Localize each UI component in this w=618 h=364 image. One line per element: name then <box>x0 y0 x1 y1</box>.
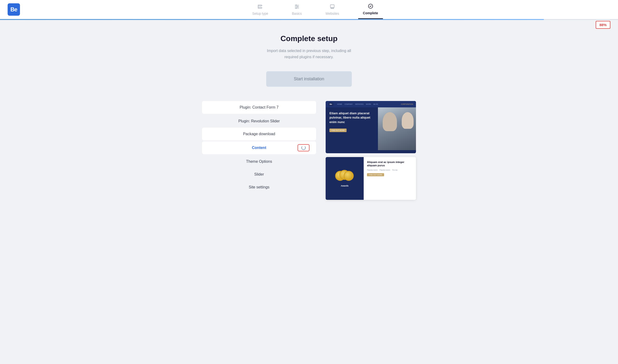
tab-websites-label: Websites <box>326 12 339 15</box>
logo: Be <box>8 3 20 16</box>
step-revolution-slider: Plugin: Revolution Slider <box>202 115 316 128</box>
preview-hero-text: Etiam aliquet diam placerat pulvinar, li… <box>329 111 374 124</box>
step-site-settings: Site settings <box>202 181 316 194</box>
start-installation-button[interactable]: Start installation <box>266 71 352 87</box>
preview-images: Be HOME COMPANY SERVICES WORK BLOG CORPO… <box>326 101 416 200</box>
awards-side: Awards <box>326 157 364 200</box>
tab-websites[interactable]: Websites <box>321 0 344 19</box>
people-photo <box>378 107 416 150</box>
svg-point-5 <box>297 6 298 7</box>
check-circle-icon <box>368 3 373 10</box>
step-package-download-label: Package download <box>243 132 275 136</box>
preview-corp-label: CORPORATION <box>401 103 413 105</box>
signpost-icon <box>257 4 263 10</box>
step-revolution-slider-label: Plugin: Revolution Slider <box>238 119 280 123</box>
step-slider-label: Slider <box>254 172 264 177</box>
tab-setup-type[interactable]: Setup type <box>248 0 273 19</box>
step-theme-options-label: Theme Options <box>246 159 272 164</box>
tab-basics-label: Basics <box>292 12 302 15</box>
tab-basics[interactable]: Basics <box>287 0 306 19</box>
awards-text-side: Aliquam erat ac ipsum integer aliquam pu… <box>364 157 416 200</box>
preview-cta1: FIND OUT MORE <box>329 129 347 132</box>
preview-text: Etiam aliquet diam placerat pulvinar, li… <box>326 107 378 150</box>
svg-point-4 <box>296 5 297 6</box>
awards-label: Awards <box>341 185 348 187</box>
awards-col2: Placebo lorem <box>380 169 390 171</box>
header: Be Setup type <box>0 0 618 19</box>
sliders-icon <box>294 4 300 10</box>
svg-rect-7 <box>330 5 334 8</box>
page-title: Complete setup <box>280 34 338 43</box>
preview-bottom: Awards Aliquam erat ac ipsum integer ali… <box>326 157 416 200</box>
preview-body: Etiam aliquet diam placerat pulvinar, li… <box>326 107 416 150</box>
step-package-download: Package download <box>202 128 316 140</box>
step-content: Content <box>202 141 316 154</box>
awards-col3: Tho lao <box>392 169 398 171</box>
tab-complete[interactable]: Complete <box>358 0 383 19</box>
spinner-icon <box>301 146 306 150</box>
steps-wrapper: Plugin: Contact Form 7 Plugin: Revolutio… <box>202 101 416 200</box>
step-content-spinner <box>298 144 309 151</box>
preview-top: Be HOME COMPANY SERVICES WORK BLOG CORPO… <box>326 101 416 153</box>
main-content: Complete setup Import data selected in p… <box>0 20 618 209</box>
step-contact-form: Plugin: Contact Form 7 <box>202 101 316 114</box>
step-content-label: Content <box>252 146 266 150</box>
preview-logo: Be <box>329 102 333 106</box>
awards-col1: Placebo lorem <box>367 169 378 171</box>
step-contact-form-label: Plugin: Contact Form 7 <box>240 105 278 110</box>
svg-point-6 <box>296 8 297 9</box>
coin-3 <box>344 171 354 181</box>
page-subtitle: Import data selected in previous step, i… <box>267 48 351 60</box>
progress-badge: 88% <box>596 21 610 29</box>
step-slider: Slider <box>202 168 316 181</box>
progress-bar-fill <box>0 19 544 20</box>
svg-rect-8 <box>331 8 334 9</box>
tab-setup-type-label: Setup type <box>252 12 268 15</box>
step-theme-options: Theme Options <box>202 155 316 168</box>
preview-nav: HOME COMPANY SERVICES WORK BLOG <box>337 103 378 105</box>
awards-title: Aliquam erat ac ipsum integer aliquam pu… <box>367 160 413 167</box>
layers-icon <box>329 4 335 10</box>
awards-row: Placebo lorem Placebo lorem Tho lao <box>367 169 413 171</box>
preview-header: Be HOME COMPANY SERVICES WORK BLOG CORPO… <box>326 101 416 107</box>
preview-photo <box>378 107 416 150</box>
progress-bar <box>0 19 618 20</box>
awards-cta: FIND OUT MORE <box>367 173 384 176</box>
steps-list: Plugin: Contact Form 7 Plugin: Revolutio… <box>202 101 316 194</box>
step-site-settings-label: Site settings <box>249 185 269 189</box>
navigation-tabs: Setup type Basics <box>20 0 610 19</box>
tab-complete-label: Complete <box>363 11 378 15</box>
